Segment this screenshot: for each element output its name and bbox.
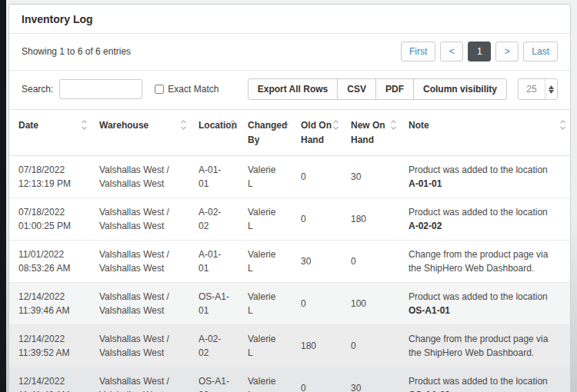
cell-warehouse: Valshallas West / Valshallas West [92,283,191,325]
pagination-next-button[interactable]: > [495,42,519,61]
sort-both-icon [81,119,88,135]
cell-warehouse: Valshallas West / Valshallas West [92,325,191,367]
sidebar-edge-strip [0,0,6,392]
page-title: Inventory Log [22,13,558,25]
cell-new-on-hand: 0 [343,241,401,283]
info-bar-top: Showing 1 to 6 of 6 entries First < 1 > … [9,34,570,71]
sort-both-icon [229,119,236,135]
column-header-note[interactable]: Note [401,110,570,156]
column-header-changed-by[interactable]: Changed By [240,110,293,156]
page-length-spinner[interactable]: 25 [518,78,558,100]
cell-location: A-02-02 [191,198,240,241]
search-label: Search: [22,84,53,95]
column-visibility-button[interactable]: Column visibility [413,78,507,100]
cell-warehouse: Valshallas West / Valshallas West [92,156,191,198]
cell-old-on-hand: 0 [293,367,343,392]
sort-desc-icon [282,119,289,135]
search-input[interactable] [59,79,142,99]
column-label: New On Hand [351,120,385,145]
cell-new-on-hand: 30 [343,156,401,198]
cell-changed-by: Valerie L [240,325,293,367]
table-row: 12/14/202211:39:46 AM Valshallas West / … [9,283,570,325]
cell-date: 07/18/202201:00:25 PM [9,198,92,241]
column-label: Note [409,120,429,131]
table-row: 07/18/202212:13:19 PM Valshallas West / … [9,156,570,198]
export-all-rows-button[interactable]: Export All Rows [248,78,339,100]
csv-button[interactable]: CSV [337,78,376,100]
cell-note: Change from the product page via the Shi… [401,241,570,283]
table-row: 12/14/202211:41:48 AM Valshallas West / … [9,367,570,392]
pagination-prev-button[interactable]: < [440,42,463,61]
toolbar: Export All Rows CSV PDF Column visibilit… [248,78,558,100]
pagination-top: First < 1 > Last [401,42,558,61]
cell-warehouse: Valshallas West / Valshallas West [92,241,191,283]
cell-new-on-hand: 30 [343,367,401,392]
showing-entries-top: Showing 1 to 6 of 6 entries [22,46,131,57]
cell-changed-by: Valerie L [240,241,293,283]
page-length-value: 25 [519,79,545,99]
cell-note: Change from the product page via the Shi… [401,325,570,367]
search-area: Search: Exact Match [22,79,218,99]
column-label: Changed By [248,120,287,145]
export-button-group: Export All Rows CSV PDF Column visibilit… [248,78,507,100]
table-row: 11/01/202208:53:26 AM Valshallas West / … [9,241,570,283]
filter-bar: Search: Exact Match Export All Rows CSV … [9,71,570,109]
cell-note: Product was added to the location A-02-0… [401,198,570,241]
cell-warehouse: Valshallas West / Valshallas West [92,198,191,241]
table-row: 07/18/202201:00:25 PM Valshallas West / … [9,198,570,241]
exact-match-wrap: Exact Match [155,84,218,95]
table-row: 12/14/202211:39:52 AM Valshallas West / … [9,325,570,367]
cell-date: 07/18/202212:13:19 PM [9,156,92,198]
cell-date: 12/14/202211:41:48 AM [9,367,92,392]
table-header-row: Date Warehouse Location Changed By Old O… [9,110,570,156]
column-label: Warehouse [99,120,148,131]
cell-changed-by: Valerie L [240,283,293,325]
cell-note: Product was added to the location OS-A1-… [401,283,570,325]
cell-changed-by: Valerie L [240,198,293,241]
cell-date: 12/14/202211:39:46 AM [9,283,92,325]
column-header-warehouse[interactable]: Warehouse [92,110,191,156]
cell-new-on-hand: 180 [343,198,401,241]
card-header: Inventory Log [9,5,570,34]
pagination-last-button[interactable]: Last [523,42,558,61]
pagination-page-1-button[interactable]: 1 [468,42,491,61]
inventory-log-table: Date Warehouse Location Changed By Old O… [9,109,570,392]
cell-old-on-hand: 0 [293,156,343,198]
column-header-date[interactable]: Date [9,110,92,156]
cell-note: Product was added to the location OS-A1-… [401,367,570,392]
cell-location: OS-A1-01 [191,283,240,325]
sort-both-icon [390,119,397,135]
column-header-old-on-hand[interactable]: Old On Hand [293,110,343,156]
column-header-location[interactable]: Location [191,110,240,156]
cell-old-on-hand: 0 [293,198,343,241]
cell-new-on-hand: 100 [343,283,401,325]
inventory-log-card: Inventory Log Showing 1 to 6 of 6 entrie… [8,4,571,392]
sort-both-icon [559,119,566,135]
cell-date: 11/01/202208:53:26 AM [9,241,92,283]
column-label: Date [18,120,38,131]
cell-note: Product was added to the location A-01-0… [401,156,570,198]
cell-location: A-01-01 [191,241,240,283]
cell-location: A-02-02 [191,325,240,367]
cell-warehouse: Valshallas West / Valshallas West [92,367,191,392]
cell-location: OS-A1-02 [191,367,240,392]
cell-location: A-01-01 [191,156,240,198]
sort-both-icon [332,119,339,135]
sort-both-icon [180,119,187,135]
cell-changed-by: Valerie L [240,156,293,198]
cell-old-on-hand: 0 [293,283,343,325]
spinner-arrows-icon[interactable] [545,79,557,99]
cell-new-on-hand: 0 [343,325,401,367]
exact-match-label: Exact Match [168,84,218,95]
pdf-button[interactable]: PDF [375,78,414,100]
cell-old-on-hand: 30 [293,241,343,283]
cell-old-on-hand: 180 [293,325,343,367]
column-label: Old On Hand [301,120,332,145]
cell-changed-by: Valerie L [240,367,293,392]
pagination-first-button[interactable]: First [401,42,435,61]
exact-match-checkbox[interactable] [155,85,164,94]
column-header-new-on-hand[interactable]: New On Hand [343,110,401,156]
cell-date: 12/14/202211:39:52 AM [9,325,92,367]
